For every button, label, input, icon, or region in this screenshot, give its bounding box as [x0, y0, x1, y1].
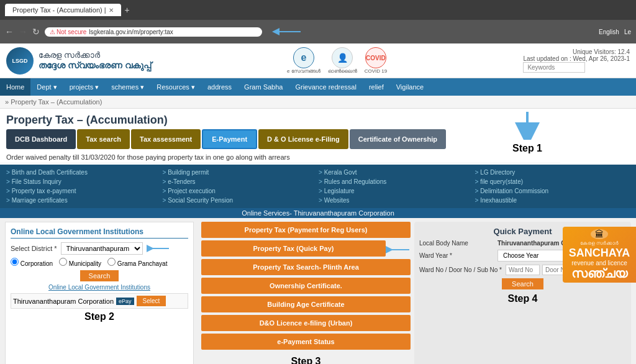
- tab-tax-search[interactable]: Tax search: [77, 129, 130, 149]
- covid-icon[interactable]: COVID COVID 19: [365, 47, 387, 74]
- quick-link-marriage[interactable]: Marriage certificates: [6, 196, 161, 204]
- back-button[interactable]: ←: [5, 27, 14, 37]
- quick-links: Birth and Death Certificates Building pe…: [0, 165, 636, 208]
- step1-label: Step 1: [509, 143, 546, 154]
- quick-link-project[interactable]: Project execution: [163, 187, 318, 195]
- nav-home[interactable]: Home: [0, 78, 30, 96]
- corporation-name: Thiruvananthapuram Corporation: [13, 298, 114, 305]
- nav-vigilance[interactable]: Vigilance: [390, 78, 430, 96]
- quick-link-etenders[interactable]: e-Tenders: [163, 178, 318, 186]
- nav-relief[interactable]: relief: [363, 78, 390, 96]
- middle-panel: Property Tax (Payment for Reg Users) Pro…: [198, 222, 414, 364]
- sanchaya-title: SANCHAYA: [569, 247, 630, 260]
- ward-year-label: Ward Year *: [419, 252, 494, 259]
- quick-link-legislature[interactable]: Legislature: [319, 187, 474, 195]
- corporation-row: Thiruvananthapuram Corporation ePay Sele…: [11, 293, 188, 309]
- ward-no-input[interactable]: [506, 265, 540, 275]
- tab-do-license[interactable]: D & O License e-Filing: [258, 129, 348, 149]
- nav-resources[interactable]: Resources ▾: [150, 78, 201, 96]
- nav-schemes[interactable]: schemes ▾: [105, 78, 150, 96]
- quickpay-arrow: [386, 243, 411, 256]
- ward-no-label: Ward No / Door No / Sub No *: [419, 266, 502, 273]
- quick-link-delimitation[interactable]: Delimitation Commission: [475, 187, 630, 195]
- sanchaya-emblem: 🏛: [591, 229, 608, 239]
- tab-epayment[interactable]: E-Payment: [202, 129, 257, 149]
- site-subtitle: തദ്ദേശ സ്വയംഭരണ വകുപ്പ്: [39, 60, 151, 71]
- step4-label: Step 4: [419, 293, 626, 304]
- do-licence-button[interactable]: D&O Licence e-filing (Urban): [201, 315, 411, 331]
- epayment-status-button[interactable]: e-Payment Status: [201, 334, 411, 350]
- tab-tax-assessment[interactable]: Tax assessment: [131, 129, 201, 149]
- lang-english[interactable]: English: [599, 29, 619, 35]
- quick-payment-search-button[interactable]: Search: [502, 278, 543, 289]
- left-panel-title: Online Local Government Institutions: [11, 227, 188, 239]
- forward-button[interactable]: →: [19, 27, 27, 37]
- warning-icon: ⚠: [50, 29, 55, 35]
- tab-title: Property Tax - (Accumulation) |: [12, 6, 106, 14]
- prop-tax-quickpay-button[interactable]: Property Tax (Quick Pay): [201, 240, 386, 257]
- url-text: lsgkerala.gov.in/m/property:tax: [89, 29, 173, 35]
- quick-link-building[interactable]: Building permit: [163, 168, 318, 176]
- sanchaya-malayalam: സഞ്ചയ: [571, 266, 627, 281]
- district-arrow: [145, 242, 170, 255]
- notice-bar: Order waived penalty till 31/03/2020 for…: [0, 152, 560, 163]
- nav-dept[interactable]: Dept ▾: [30, 78, 63, 96]
- lang-other[interactable]: Le: [624, 29, 631, 35]
- radio-grama[interactable]: Grama Panchayat: [107, 258, 167, 267]
- search-button[interactable]: Search: [80, 270, 119, 281]
- quick-link-file-query[interactable]: file query(state): [475, 178, 630, 186]
- prop-tax-reg-button[interactable]: Property Tax (Payment for Reg Users): [201, 222, 411, 238]
- quick-link-kerala-govt[interactable]: Kerala Govt: [319, 168, 474, 176]
- breadcrumb: » Property Tax – (Accumulation): [0, 96, 636, 109]
- tab-dcb-dashboard[interactable]: DCB Dashboard: [6, 129, 76, 149]
- ownership-cert-button[interactable]: Ownership Certificate.: [201, 278, 411, 294]
- e-service-icon[interactable]: e e സേവനങ്ങൾ: [287, 47, 320, 75]
- radio-municipality[interactable]: Municipality: [59, 258, 101, 267]
- select-button[interactable]: Select: [137, 296, 166, 306]
- online-services-banner: Online Services- Thiruvananthapuram Corp…: [0, 208, 636, 218]
- not-secure-label: ⚠ Not secure: [50, 29, 86, 35]
- quick-link-birth[interactable]: Birth and Death Certificates: [6, 168, 161, 176]
- building-age-button[interactable]: Building Age Certificate: [201, 296, 411, 312]
- site-name: കേരള സർക്കാർ: [39, 50, 151, 60]
- citizen-service-icon[interactable]: 👤 ഓൺലൈൻ: [328, 47, 357, 75]
- tab-bar: DCB Dashboard Tax search Tax assessment …: [0, 129, 560, 152]
- radio-corporation[interactable]: Corporation: [11, 258, 53, 267]
- quick-link-websites[interactable]: Websites: [319, 196, 474, 204]
- quick-link-social[interactable]: Social Security Pension: [163, 196, 318, 204]
- nav-projects[interactable]: projects ▾: [63, 78, 106, 96]
- main-navigation: Home Dept ▾ projects ▾ schemes ▾ Resourc…: [0, 78, 636, 96]
- quick-link-lg-dir[interactable]: LG Directory: [475, 168, 630, 176]
- step1-down-arrow: [509, 109, 546, 140]
- address-bar[interactable]: ⚠ Not secure lsgkerala.gov.in/m/property…: [45, 27, 262, 37]
- last-updated: Last updated on : Wed, Apr 26, 2023-1: [523, 55, 630, 62]
- new-tab-icon[interactable]: +: [125, 5, 130, 15]
- quick-link-file-status[interactable]: File Status Inquiry: [6, 178, 161, 186]
- local-body-label: Local Body Name: [419, 240, 494, 247]
- tab-ownership[interactable]: Certificate of Ownership: [350, 129, 446, 149]
- reload-button[interactable]: ↻: [32, 27, 40, 37]
- left-panel: Online Local Government Institutions Sel…: [5, 222, 194, 364]
- institution-link[interactable]: Online Local Government Institutions: [11, 284, 188, 291]
- epay-badge: ePay: [116, 298, 134, 305]
- quick-link-inexhaustible[interactable]: Inexhaustible: [475, 196, 630, 204]
- nav-grievance[interactable]: Grievance redressal: [289, 78, 362, 96]
- quick-link-rules[interactable]: Rules and Regulations: [319, 178, 474, 186]
- lsgd-logo: LSGD: [6, 47, 34, 75]
- keywords-input[interactable]: [523, 62, 585, 73]
- quick-link-property[interactable]: Property tax e-payment: [6, 187, 161, 195]
- nav-gram-sabha[interactable]: Gram Sabha: [238, 78, 289, 96]
- browser-tab[interactable]: Property Tax - (Accumulation) | ✕: [5, 4, 121, 16]
- visitor-info: Unique Visitors: 12.4: [523, 48, 630, 55]
- nav-address[interactable]: address: [201, 78, 238, 96]
- close-icon[interactable]: ✕: [109, 7, 114, 14]
- page-title: Property Tax – (Accumulation): [6, 114, 554, 127]
- district-select[interactable]: Thiruvananthapuram: [61, 242, 143, 255]
- step2-label: Step 2: [11, 311, 188, 322]
- sanchaya-panel[interactable]: 🏛 കേരള സർക്കാർ SANCHAYA revenue and lice…: [563, 227, 636, 283]
- url-arrow-annotation: [270, 22, 307, 41]
- prop-tax-plinth-button[interactable]: Property Tax Search- Plinth Area: [201, 259, 411, 275]
- step3-label: Step 3: [201, 356, 411, 364]
- sanchaya-subtitle: revenue and licence: [571, 260, 627, 266]
- district-label: Select District *: [11, 245, 57, 252]
